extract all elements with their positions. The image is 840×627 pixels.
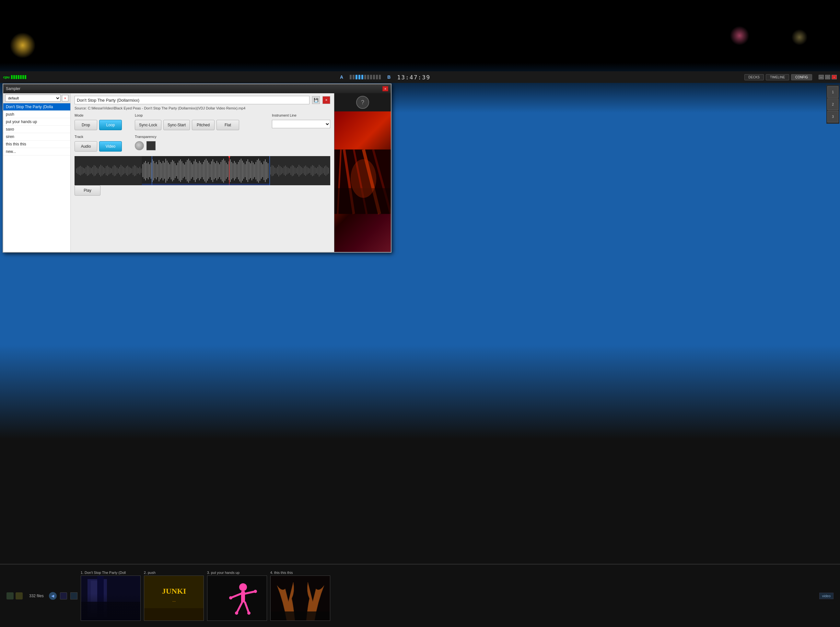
svg-rect-79 (180, 159, 181, 182)
minimize-button[interactable]: — (819, 75, 824, 79)
svg-rect-183 (320, 166, 321, 175)
svg-rect-41 (130, 168, 131, 173)
sidebar-item[interactable]: saxo (3, 126, 70, 133)
window-close-button[interactable]: × (382, 86, 388, 91)
mixer-bar (358, 75, 360, 79)
svg-rect-6 (83, 168, 84, 173)
transparency-circle[interactable] (135, 141, 144, 150)
svg-rect-56 (149, 164, 150, 177)
thumb-2-svg: JUNKI ... (144, 576, 204, 621)
save-track-button[interactable]: 💾 (312, 96, 320, 104)
thumb-3-svg (207, 576, 267, 621)
video-button[interactable]: Video (99, 141, 122, 151)
track-header: 💾 × (74, 96, 330, 104)
svg-rect-5 (82, 167, 82, 175)
sidebar-item[interactable]: this this this (3, 140, 70, 148)
svg-rect-96 (203, 162, 204, 180)
taskbar-item-3-label: 3. put your hands up (207, 571, 240, 575)
deck-1-button[interactable]: 1 (827, 86, 838, 98)
taskbar-item-2: 2. push JUNKI ... (144, 571, 204, 621)
svg-rect-64 (160, 162, 161, 180)
cpu-indicator: cpu (3, 75, 26, 79)
svg-rect-65 (161, 163, 162, 178)
svg-rect-182 (319, 165, 319, 176)
sidebar-item[interactable]: push (3, 111, 70, 118)
svg-rect-101 (210, 164, 210, 177)
deck-3-button[interactable]: 3 (827, 111, 838, 123)
folder-icon-btn[interactable] (16, 592, 23, 599)
deck-2-button[interactable]: 2 (827, 98, 838, 110)
taskbar-thumb-2[interactable]: JUNKI ... (144, 575, 204, 621)
svg-rect-23 (106, 166, 107, 175)
decks-button[interactable]: DECKS (744, 74, 764, 80)
svg-rect-119 (234, 161, 235, 180)
preset-dropdown[interactable]: default (5, 95, 61, 102)
svg-point-224 (247, 611, 251, 615)
audio-button[interactable]: Audio (74, 141, 97, 151)
svg-rect-117 (231, 162, 232, 180)
svg-rect-181 (317, 167, 318, 175)
maximize-button[interactable]: □ (825, 75, 830, 79)
thumb-1-svg (81, 576, 141, 621)
sync-icon[interactable] (60, 592, 67, 599)
svg-rect-39 (127, 165, 128, 176)
svg-rect-147 (272, 165, 272, 176)
nav-left-arrow[interactable]: ◀ (49, 592, 57, 600)
loop-button[interactable]: Loop (99, 120, 122, 130)
window-controls: — □ × (819, 75, 837, 79)
sidebar-item[interactable]: new... (3, 148, 70, 156)
svg-rect-123 (240, 160, 240, 181)
transparency-square[interactable] (147, 141, 156, 150)
track-label: Track (74, 135, 122, 139)
svg-rect-36 (123, 167, 124, 174)
svg-rect-13 (92, 167, 93, 175)
mixer-bar (367, 75, 369, 79)
close-track-button[interactable]: × (322, 96, 330, 104)
search-icon-btn[interactable] (6, 592, 14, 599)
sidebar: default × Don't Stop The Party (Dolla pu… (3, 93, 71, 252)
deck-a-label: A (340, 74, 343, 80)
svg-rect-74 (174, 161, 174, 180)
close-button[interactable]: × (832, 75, 837, 79)
sidebar-item[interactable]: Don't Stop The Party (Dolla (3, 103, 70, 111)
help-button[interactable]: ? (356, 96, 369, 109)
taskbar-thumb-3[interactable] (207, 575, 267, 621)
svg-rect-15 (95, 166, 96, 175)
svg-rect-62 (157, 164, 158, 177)
svg-rect-40 (129, 167, 129, 175)
config-button[interactable]: CONFIG (791, 74, 812, 80)
mixer-bar (352, 75, 355, 79)
drop-button[interactable]: Drop (74, 120, 97, 130)
timeline-button[interactable]: TIMELINE (766, 74, 789, 80)
delete-preset-button[interactable]: × (62, 95, 68, 101)
svg-rect-177 (312, 165, 313, 176)
pitched-button[interactable]: Pitched (192, 120, 215, 130)
svg-rect-95 (202, 164, 202, 177)
instrument-dropdown[interactable] (272, 120, 330, 128)
track-title-input[interactable] (74, 96, 309, 104)
svg-rect-3 (79, 167, 79, 175)
play-button[interactable]: Play (74, 185, 101, 195)
sidebar-item[interactable]: put your hands up (3, 118, 70, 126)
sync-lock-button[interactable]: Sync-Lock (135, 120, 161, 130)
svg-rect-109 (221, 162, 221, 180)
svg-rect-19 (101, 165, 101, 176)
taskbar-thumb-1[interactable] (81, 575, 141, 621)
svg-rect-44 (134, 165, 135, 176)
sync-icon-2[interactable] (70, 592, 77, 599)
svg-rect-80 (182, 161, 182, 180)
svg-rect-107 (218, 162, 218, 179)
svg-rect-195 (142, 184, 270, 185)
flat-button[interactable]: Flat (216, 120, 239, 130)
svg-rect-28 (112, 167, 113, 175)
sync-start-button[interactable]: Sync-Start (163, 120, 190, 130)
svg-rect-92 (198, 163, 198, 178)
svg-rect-21 (103, 167, 104, 174)
svg-rect-170 (303, 168, 303, 173)
mixer-section (350, 75, 381, 79)
bottom-taskbar: 332 files ◀ 1. Don't Stop The Party (Dol… (0, 564, 840, 627)
taskbar-thumb-4[interactable] (270, 575, 330, 621)
sidebar-item[interactable]: siren (3, 133, 70, 140)
svg-rect-26 (110, 168, 111, 173)
svg-rect-120 (235, 162, 236, 179)
